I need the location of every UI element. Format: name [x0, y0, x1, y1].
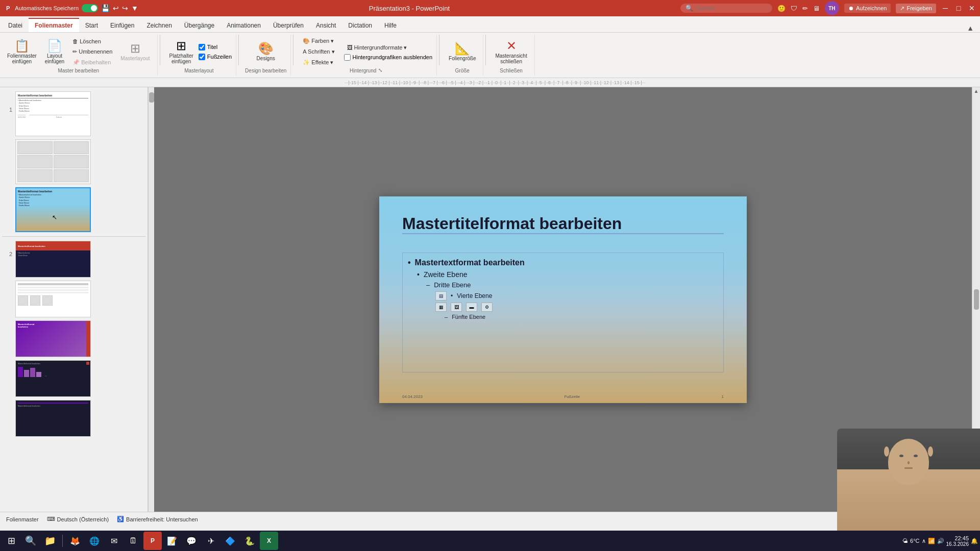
taskbar-calendar[interactable]: 🗓: [124, 532, 142, 550]
systray-expand[interactable]: ∧: [922, 538, 926, 544]
scroll-up-arrow[interactable]: ▲: [974, 88, 979, 94]
pen-icon[interactable]: ✏: [802, 5, 808, 12]
slide-thumb-4[interactable]: Mastertitelformat bearbeiten • Mastertex…: [15, 241, 91, 278]
slide-thumb-1[interactable]: Mastertitelformat bearbeiten • Mastertit…: [15, 91, 91, 136]
taskbar-mail[interactable]: ✉: [105, 532, 123, 550]
titel-checkbox-item[interactable]: Titel: [199, 44, 232, 51]
maximize-button[interactable]: □: [954, 4, 963, 12]
close-button[interactable]: ✕: [968, 4, 976, 12]
scrollbar-thumb-main[interactable]: [974, 289, 979, 310]
slide-row-3[interactable]: Mastertitelformat bearbeiten • Mastertex…: [2, 186, 145, 233]
titel-checkbox[interactable]: [199, 44, 205, 51]
slide-panel-scrollbar[interactable]: [148, 87, 154, 512]
insert-icon-4[interactable]: ⚙: [481, 303, 493, 312]
start-button[interactable]: ⊞: [2, 532, 20, 550]
undo-icon[interactable]: ↩: [113, 4, 119, 12]
slide-thumb-3-selected[interactable]: Mastertitelformat bearbeiten • Mastertex…: [15, 187, 91, 232]
slide-thumb-7[interactable]: Mastertitleformat bearbeiten ○○○: [15, 360, 91, 397]
tab-animationen[interactable]: Animationen: [220, 19, 267, 32]
insert-icon-3[interactable]: ▬: [466, 303, 477, 312]
search-bar[interactable]: 🔍: [680, 4, 772, 13]
slide-row-8[interactable]: Mastertitleformat bearbeiten: [2, 399, 145, 438]
fuesszeilen-checkbox-item[interactable]: Fußzeilen: [199, 54, 232, 60]
content-box[interactable]: • Mastertextformat bearbeiten • Zweite E…: [402, 253, 724, 372]
network-icon[interactable]: 🌤: [902, 538, 908, 544]
slide-row-6[interactable]: Mastertitelformatbearbeiten: [2, 319, 145, 358]
save-icon[interactable]: 💾: [101, 4, 110, 12]
tab-zeichnen[interactable]: Zeichnen: [140, 19, 178, 32]
beibehalten-button[interactable]: 📌 Beibehalten: [69, 58, 115, 67]
tab-ansicht[interactable]: Ansicht: [310, 19, 342, 32]
umbenennen-button[interactable]: ✏ Umbenennen: [69, 47, 115, 56]
slide-canvas[interactable]: Mastertitelformat bearbeiten • Mastertex…: [379, 196, 747, 403]
autosave-toggle[interactable]: [82, 4, 98, 12]
taskbar-chrome[interactable]: 🌐: [85, 532, 104, 550]
slide-row-7[interactable]: Mastertitleformat bearbeiten ○○○: [2, 359, 145, 398]
taskbar-telegram[interactable]: ✈: [202, 532, 220, 550]
slide-thumb-6[interactable]: Mastertitelformatbearbeiten: [15, 320, 91, 357]
farben-button[interactable]: 🎨 Farben ▾: [300, 37, 337, 45]
effekte-button[interactable]: ✨ Effekte ▾: [300, 58, 337, 67]
platzhalter-button[interactable]: ⊞ Platzhaltereinfügen: [166, 38, 197, 66]
slide-thumb-2[interactable]: [15, 139, 91, 184]
insert-placeholder-icon[interactable]: ▤: [435, 291, 447, 300]
notification-button[interactable]: 🔔: [971, 538, 978, 544]
taskbar-onenote[interactable]: 📝: [163, 532, 181, 550]
clock[interactable]: 22:45 16.3.2026: [946, 535, 969, 547]
hintergrundgrafiken-item[interactable]: Hintergrundgrafiken ausblenden: [344, 54, 433, 61]
foliengroesse-button[interactable]: 📐 Foliengröße: [446, 40, 479, 63]
tab-folienmaster[interactable]: Folienmaster: [29, 18, 79, 32]
schriften-button[interactable]: A Schriften ▾: [300, 47, 337, 56]
tab-hilfe[interactable]: Hilfe: [378, 19, 403, 32]
taskbar-firefox[interactable]: 🦊: [66, 532, 84, 550]
accessibility-status[interactable]: ♿ Barrierefreiheit: Untersuchen: [117, 516, 198, 522]
masteransicht-button[interactable]: ✕ Masteransichtschließen: [492, 38, 530, 66]
taskbar-powerpoint[interactable]: P: [143, 532, 162, 550]
insert-icon-1[interactable]: ▦: [435, 303, 447, 312]
hintergrund-expand-icon[interactable]: ⤡: [378, 67, 382, 73]
taskbar-python[interactable]: 🐍: [240, 532, 259, 550]
slide-row-5[interactable]: [2, 280, 145, 318]
title-box[interactable]: Mastertitelformat bearbeiten: [402, 214, 724, 234]
hintergrundgrafiken-checkbox[interactable]: [344, 54, 351, 61]
help-icon[interactable]: 🙂: [777, 5, 786, 12]
taskbar-app1[interactable]: 🔷: [221, 532, 239, 550]
hintergrundformate-button[interactable]: 🖼 Hintergrundformate ▾: [344, 43, 433, 52]
layout-einfuegen-button[interactable]: 📄 Layouteinfügen: [42, 38, 67, 66]
folienmaster-einfuegen-button[interactable]: 📋 Folienmastereinfügen: [4, 38, 40, 66]
tab-datei[interactable]: Datei: [2, 19, 29, 32]
tab-einfuegen[interactable]: Einfügen: [104, 19, 140, 32]
quick-access-icon[interactable]: ▼: [131, 4, 138, 12]
taskbar-search[interactable]: 🔍: [21, 532, 40, 550]
search-input[interactable]: [696, 5, 767, 11]
slide-row-4[interactable]: 2 Mastertitelformat bearbeiten • Mastert…: [2, 240, 145, 279]
taskbar-excel[interactable]: X: [260, 532, 278, 550]
minimize-button[interactable]: ─: [941, 4, 949, 12]
wifi-icon[interactable]: 📶: [928, 538, 935, 544]
collapse-ribbon-button[interactable]: ▲: [967, 24, 974, 32]
share-button[interactable]: ↗ Freigeben: [896, 4, 936, 13]
scrollbar-thumb[interactable]: [149, 92, 154, 103]
tab-uebergaenge[interactable]: Übergänge: [178, 19, 220, 32]
shield-icon[interactable]: 🛡: [791, 5, 797, 12]
masterlayout-button[interactable]: ⊞ Masterlayout: [117, 40, 153, 63]
designs-button[interactable]: 🎨 Designs: [253, 40, 279, 63]
group-masterlayout: ⊞ Platzhaltereinfügen Titel Fußzeilen Ma…: [162, 35, 237, 76]
taskbar-teams[interactable]: 💬: [182, 532, 201, 550]
record-button[interactable]: ⏺ Aufzeichnen: [844, 4, 891, 13]
tab-dictation[interactable]: Dictation: [342, 19, 378, 32]
speaker-icon[interactable]: 🔊: [937, 538, 944, 544]
slide-row-1[interactable]: 1 Mastertitelformat bearbeiten • Mastert…: [2, 90, 145, 137]
fuesszeilen-checkbox[interactable]: [199, 54, 205, 60]
tab-start[interactable]: Start: [79, 19, 104, 32]
slide-thumb-5[interactable]: [15, 281, 91, 317]
slide-thumb-8[interactable]: Mastertitleformat bearbeiten: [15, 400, 91, 437]
taskbar-files[interactable]: 📁: [41, 532, 59, 550]
insert-icon-2[interactable]: 🖼: [451, 303, 462, 312]
redo-icon[interactable]: ↪: [122, 4, 128, 12]
loeschen-button[interactable]: 🗑 Löschen: [69, 37, 115, 45]
monitor-icon[interactable]: 🖥: [813, 5, 820, 12]
slide-row-2[interactable]: [2, 138, 145, 185]
tab-ueberpruefung[interactable]: Überprüfen: [267, 19, 310, 32]
user-avatar[interactable]: TH: [825, 1, 839, 15]
